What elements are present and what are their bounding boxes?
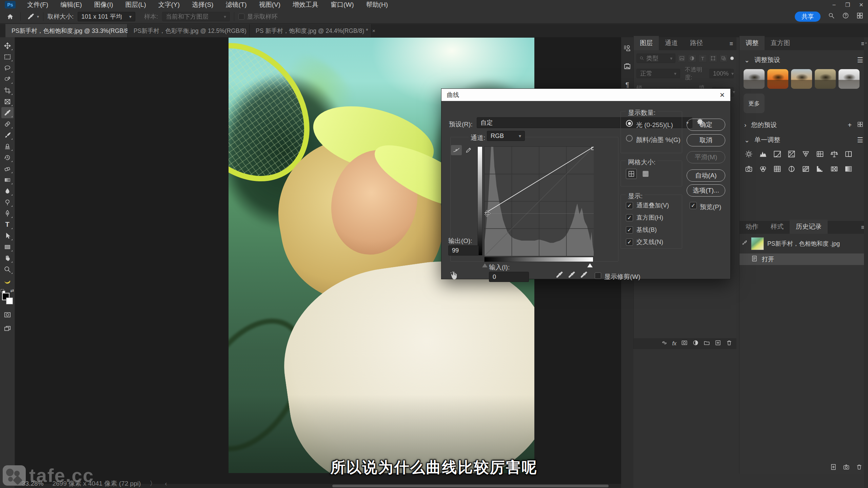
- status-prev-icon[interactable]: ‹: [165, 480, 167, 487]
- tab-history[interactable]: 历史记录: [790, 220, 828, 234]
- frame-tool[interactable]: [1, 96, 14, 107]
- radio-pigment-ink[interactable]: [626, 135, 633, 142]
- radio-light[interactable]: [626, 120, 633, 127]
- foreground-background-colors[interactable]: ⇄: [1, 289, 14, 304]
- adjustment-layer-icon[interactable]: [692, 340, 699, 348]
- menu-item[interactable]: 增效工具: [293, 0, 318, 9]
- channel-mixer-icon[interactable]: [756, 163, 770, 175]
- show-checkbox-row[interactable]: ✓ 交叉线(N): [626, 238, 669, 246]
- photo-filter-icon[interactable]: [742, 163, 756, 175]
- gradient-tool[interactable]: [1, 174, 14, 185]
- adjustment-preset-thumbnail[interactable]: [839, 69, 860, 89]
- posterize-icon[interactable]: [798, 163, 813, 175]
- exposure-icon[interactable]: [784, 148, 798, 160]
- channel-dropdown[interactable]: RGB▾: [487, 131, 525, 141]
- selective-color-icon[interactable]: [841, 163, 855, 175]
- swap-colors-icon[interactable]: ⇄: [11, 288, 14, 293]
- home-icon[interactable]: [4, 11, 16, 22]
- history-state-open[interactable]: 打开: [739, 253, 868, 265]
- spot-healing-brush-tool[interactable]: [1, 118, 14, 129]
- document-tab[interactable]: PS新手村，色相饱和度.jpg @ 33.3%(RGB/8) ×: [5, 24, 127, 37]
- workspace-switcher-icon[interactable]: [856, 12, 863, 21]
- eraser-tool[interactable]: [1, 163, 14, 174]
- list-view-icon[interactable]: ☰: [857, 56, 863, 64]
- show-clipping-checkbox[interactable]: [595, 272, 601, 279]
- new-group-icon[interactable]: [704, 340, 710, 348]
- menu-item[interactable]: 选择(S): [192, 0, 213, 9]
- history-brush-tool[interactable]: [1, 152, 14, 163]
- grid-view-icon[interactable]: [857, 121, 863, 129]
- draw-curve-pencil-tool[interactable]: [463, 145, 474, 155]
- filter-toggle-icon[interactable]: [730, 57, 734, 60]
- black-point-slider[interactable]: [482, 263, 488, 267]
- adjustment-preset-thumbnail[interactable]: [815, 69, 836, 89]
- document-tab[interactable]: PS新手村，色彩平衡.jpg @ 12.5%(RGB/8) ×: [127, 24, 250, 37]
- menu-item[interactable]: 文件(F): [27, 0, 48, 9]
- rectangle-tool[interactable]: [1, 241, 14, 252]
- color-balance-icon[interactable]: [827, 148, 841, 160]
- filter-adjustment-layers-icon[interactable]: [688, 54, 696, 62]
- clone-stamp-tool[interactable]: [1, 141, 14, 152]
- tool-preset-chevron-icon[interactable]: ▾: [37, 14, 39, 19]
- black-white-icon[interactable]: [841, 148, 855, 160]
- rectangular-marquee-tool[interactable]: [1, 51, 14, 62]
- delete-state-icon[interactable]: [856, 464, 863, 472]
- color-lookup-icon[interactable]: [770, 163, 784, 175]
- adjustment-preset-thumbnail[interactable]: [767, 69, 788, 89]
- white-point-slider[interactable]: [587, 263, 593, 267]
- zoom-tool[interactable]: [1, 264, 14, 275]
- ok-button[interactable]: 确定: [687, 119, 725, 131]
- tab-close-icon[interactable]: ×: [372, 28, 375, 34]
- input-field[interactable]: 0: [489, 272, 529, 282]
- collapse-chevron-icon[interactable]: ⌄: [744, 56, 750, 64]
- edit-toolbar-banana-icon[interactable]: [1, 275, 14, 286]
- link-layers-icon[interactable]: [661, 340, 668, 348]
- brush-tool[interactable]: [1, 129, 14, 141]
- adjustment-preset-thumbnail[interactable]: [744, 69, 765, 89]
- clone-source-panel-icon[interactable]: [623, 43, 632, 53]
- adjustment-preset-thumbnail[interactable]: [791, 69, 812, 89]
- close-button[interactable]: ✕: [854, 2, 868, 8]
- panel-menu-icon[interactable]: ≡: [729, 40, 733, 47]
- new-document-from-state-icon[interactable]: [830, 464, 837, 472]
- eyedropper-tool[interactable]: [1, 107, 14, 118]
- curves-graph[interactable]: [484, 146, 593, 256]
- checked-checkbox-icon[interactable]: ✓: [626, 226, 633, 233]
- collapse-chevron-icon[interactable]: ›: [744, 121, 746, 129]
- share-button[interactable]: 共享: [795, 12, 821, 22]
- checked-checkbox-icon[interactable]: ✓: [626, 214, 633, 221]
- list-view-icon[interactable]: ☰: [857, 136, 863, 144]
- vibrance-icon[interactable]: [798, 148, 813, 160]
- gray-point-eyedropper-icon[interactable]: [568, 270, 576, 281]
- layer-mask-icon[interactable]: [681, 340, 688, 348]
- dialog-close-icon[interactable]: ✕: [719, 91, 725, 99]
- new-snapshot-icon[interactable]: [843, 464, 850, 472]
- add-preset-icon[interactable]: +: [848, 121, 852, 129]
- curves-icon[interactable]: [770, 148, 784, 160]
- gradient-map-icon[interactable]: [827, 163, 841, 175]
- options-button[interactable]: 选项(T)...: [687, 184, 725, 197]
- menu-item[interactable]: 文字(Y): [158, 0, 180, 9]
- black-point-eyedropper-icon[interactable]: [555, 270, 564, 281]
- preview-checkbox[interactable]: ✓: [690, 202, 697, 209]
- cancel-button[interactable]: 取消: [687, 134, 725, 146]
- output-field[interactable]: 99: [448, 245, 479, 256]
- brightness-contrast-icon[interactable]: [742, 148, 756, 160]
- threshold-icon[interactable]: [813, 163, 827, 175]
- tab-styles[interactable]: 样式: [765, 220, 790, 234]
- help-icon[interactable]: [842, 12, 849, 21]
- paragraph-panel-icon[interactable]: ¶: [623, 80, 632, 89]
- object-selection-tool[interactable]: [1, 74, 14, 85]
- filter-type-layers-icon[interactable]: T: [698, 54, 707, 62]
- dock-collapse-strip[interactable]: »: [864, 37, 868, 488]
- more-presets-tile[interactable]: 更多: [744, 94, 765, 113]
- collapse-chevron-icon[interactable]: ⌄: [744, 136, 750, 144]
- targeted-adjustment-tool-icon[interactable]: [449, 270, 459, 282]
- document-tab[interactable]: PS 新手村，饱和度.jpg @ 24.4%(RGB/8) * ×: [250, 24, 372, 37]
- minimize-button[interactable]: –: [827, 2, 841, 8]
- new-layer-icon[interactable]: [715, 340, 721, 348]
- move-tool[interactable]: [1, 40, 14, 51]
- filter-pixel-layers-icon[interactable]: [677, 54, 686, 62]
- checked-checkbox-icon[interactable]: ✓: [626, 239, 633, 246]
- menu-item[interactable]: 窗口(W): [331, 0, 354, 9]
